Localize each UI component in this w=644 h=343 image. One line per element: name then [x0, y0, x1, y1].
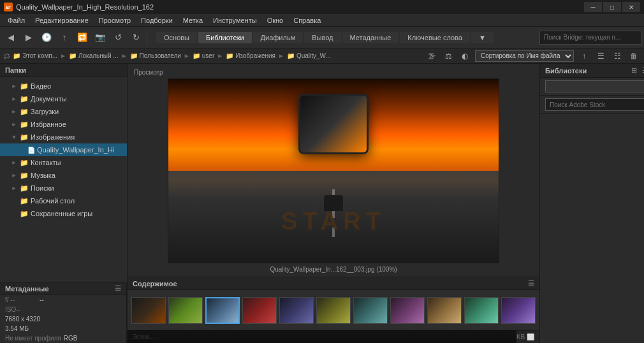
menu-collections[interactable]: Подборки [136, 14, 178, 27]
tab-slideshow[interactable]: Диафильм [253, 32, 304, 43]
menu-edit[interactable]: Редактирование [30, 14, 94, 27]
forward-button[interactable]: ▶ [20, 29, 37, 46]
libraries-search [540, 96, 644, 114]
preview-caption: Quality_Wallpaper_In...162__003.jpg (100… [270, 266, 397, 273]
metadata-panel: Метаданные ☰ f/ -- -- ISO-- 7680 x 4320 … [0, 282, 127, 343]
breadcrumb-right: 🌫 ⚖ ◐ Сортировка по Имя файла ↑ ☰ ☷ 🗑 [425, 50, 640, 62]
folder-video[interactable]: ► 📁 Видео [0, 80, 127, 92]
sort-direction-button[interactable]: ↑ [578, 50, 590, 62]
rotate-right-button[interactable]: ↻ [128, 29, 144, 46]
metadata-aperture: f/ -- -- [0, 295, 126, 305]
folders-header: Папки [0, 64, 127, 77]
view-options-button[interactable]: ☰ [594, 50, 607, 62]
tab-metadata[interactable]: Метаданные [342, 32, 399, 43]
folder-downloads[interactable]: ► 📁 Загрузки [0, 105, 127, 118]
filter3-icon-button[interactable]: ◐ [458, 50, 471, 62]
tab-basics[interactable]: Основы [156, 32, 197, 43]
tab-more[interactable]: ▼ [471, 32, 494, 43]
tab-keywords[interactable]: Ключевые слова [400, 32, 470, 43]
share-button[interactable]: 🔁 [74, 29, 91, 46]
menu-label[interactable]: Метка [178, 14, 208, 27]
thumbnail-1[interactable] [131, 297, 166, 324]
metadata-menu-icon[interactable]: ☰ [115, 284, 121, 293]
app-icon: Br [4, 3, 13, 11]
window-controls: ─ □ ✕ [584, 2, 640, 12]
breadcrumb-item-user[interactable]: 📁 user [193, 52, 214, 59]
folder-contacts[interactable]: ► 📁 Контакты [0, 156, 127, 169]
breadcrumb-item-images[interactable]: 📁 Изображения [226, 52, 275, 59]
libraries-select[interactable] [545, 80, 644, 92]
menu-window[interactable]: Окно [262, 14, 289, 27]
filter2-icon-button[interactable]: ⚖ [442, 50, 455, 62]
libraries-dropdown [540, 78, 644, 96]
main-wrapper: Папки ► 📁 Видео ► 📁 Документы ► 📁 Загруз… [0, 64, 644, 343]
delete-button[interactable]: 🗑 [627, 50, 640, 62]
folder-music[interactable]: ► 📁 Музыка [0, 169, 127, 182]
recent-button[interactable]: 🕑 [38, 29, 55, 46]
thumbnail-10[interactable] [464, 297, 499, 324]
tab-libraries[interactable]: Библиотеки [198, 32, 252, 43]
metadata-dimensions: 7680 x 4320 [0, 314, 126, 324]
close-button[interactable]: ✕ [622, 2, 640, 12]
metadata-profile: Не имеет профиля RGB [0, 333, 126, 343]
search-input[interactable] [539, 31, 641, 45]
folder-tree[interactable]: ► 📁 Видео ► 📁 Документы ► 📁 Загрузки ► 📁 [0, 77, 127, 282]
adobe-stock-search-input[interactable] [545, 98, 644, 111]
sort-select[interactable]: Сортировка по Имя файла [475, 50, 574, 62]
libraries-content [540, 114, 644, 343]
maximize-button[interactable]: □ [603, 2, 621, 12]
watermark-overlay: IGetIntoPC.com Download Latest Software … [128, 330, 516, 343]
footer-filesize-info: KB ⬜ [516, 333, 534, 340]
folder-searches[interactable]: ► 📁 Поиски [0, 182, 127, 194]
camera-button[interactable]: 📷 [92, 29, 108, 46]
thumbnails-area[interactable] [128, 290, 539, 330]
menu-help[interactable]: Справка [288, 14, 326, 27]
breadcrumb-item-local[interactable]: 📁 Локальный ... [69, 52, 119, 59]
tab-output[interactable]: Вывод [304, 32, 340, 43]
thumbnail-6[interactable] [316, 297, 351, 324]
toolbar-separator [147, 31, 147, 44]
content-menu-icon[interactable]: ☰ [528, 279, 534, 288]
thumbnail-3[interactable] [205, 297, 240, 324]
folder-quality-wallpaper[interactable]: 📄 Quality_Wallpaper_In_Hi [0, 143, 127, 156]
libraries-panel: Библиотеки ⊞ ☷ ☰ [539, 64, 644, 343]
view-grid-button[interactable]: ☷ [611, 50, 624, 62]
thumbnail-2[interactable] [168, 297, 203, 324]
folder-favorites[interactable]: ► 📁 Избранное [0, 118, 127, 131]
libraries-header: Библиотеки ⊞ ☷ ☰ [540, 64, 644, 78]
folder-documents[interactable]: ► 📁 Документы [0, 92, 127, 105]
minimize-button[interactable]: ─ [584, 2, 602, 12]
thumbnail-8[interactable] [390, 297, 425, 324]
breadcrumb-icon: 🗮 [4, 52, 10, 59]
menu-tools[interactable]: Инструменты [208, 14, 262, 27]
filter-icon-button[interactable]: 🌫 [425, 50, 438, 62]
thumbnail-4[interactable] [242, 297, 277, 324]
thumbnail-9[interactable] [427, 297, 462, 324]
center-panel: Просмотр START Quality_Wallpaper_In...16… [128, 64, 539, 343]
breadcrumb-item-computer[interactable]: 📁 Этот комп... [13, 52, 57, 59]
menu-file[interactable]: Файл [3, 14, 30, 27]
folder-images[interactable]: ▼ 📁 Изображения [0, 131, 127, 143]
lib-list-view-button[interactable]: ☷ [640, 66, 644, 75]
rotate-left-button[interactable]: ↺ [110, 29, 126, 46]
back-button[interactable]: ◀ [3, 29, 19, 46]
lib-grid-view-button[interactable]: ⊞ [629, 66, 639, 75]
thumbnail-11[interactable] [501, 297, 536, 324]
preview-image: START [168, 78, 499, 263]
menu-bar: Файл Редактирование Просмотр Подборки Ме… [0, 14, 644, 27]
title-bar: Br Quality_Wallpaper_In_High_Resolution_… [0, 0, 644, 14]
thumbnail-5[interactable] [279, 297, 314, 324]
content-header: Содержимое ☰ [128, 277, 539, 290]
thumbnail-7[interactable] [353, 297, 388, 324]
folder-saved-games[interactable]: 📁 Сохраненные игры [0, 207, 127, 220]
metadata-iso: ISO-- [0, 305, 126, 314]
preview-panel: Просмотр START Quality_Wallpaper_In...16… [128, 64, 539, 277]
breadcrumb-item-quality[interactable]: 📁 Quality_W... [287, 52, 331, 59]
metadata-header: Метаданные ☰ [0, 282, 126, 295]
window-title: Quality_Wallpaper_In_High_Resolution_162 [16, 3, 154, 11]
menu-view[interactable]: Просмотр [94, 14, 136, 27]
parent-button[interactable]: ↑ [56, 29, 73, 46]
metadata-filesize: 3.54 МБ [0, 324, 126, 333]
folder-desktop[interactable]: 📁 Рабочий стол [0, 194, 127, 207]
breadcrumb-item-users[interactable]: 📁 Пользователи [130, 52, 181, 59]
